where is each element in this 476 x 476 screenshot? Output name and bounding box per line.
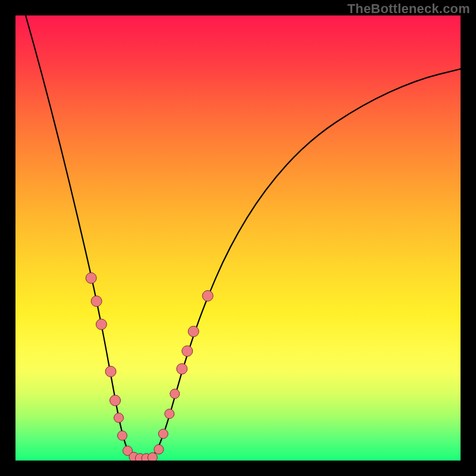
data-marker (96, 319, 107, 330)
bottleneck-curve (15, 15, 461, 461)
plot-area (15, 15, 461, 461)
data-marker (110, 395, 121, 406)
data-marker (165, 409, 174, 418)
data-marker (170, 389, 180, 399)
watermark-text: TheBottleneck.com (347, 1, 470, 17)
chart-svg (15, 15, 461, 461)
data-marker (154, 444, 164, 454)
data-marker (118, 431, 127, 440)
data-marker (91, 296, 102, 306)
chart-stage: TheBottleneck.com (0, 0, 476, 476)
data-marker (182, 346, 193, 356)
data-marker (177, 364, 187, 374)
data-marker (158, 429, 168, 439)
data-marker (202, 290, 213, 301)
data-marker (148, 453, 157, 461)
data-marker (114, 413, 124, 422)
markers-group (86, 273, 213, 461)
data-marker (105, 366, 116, 377)
data-marker (188, 326, 199, 337)
data-marker (86, 273, 96, 283)
